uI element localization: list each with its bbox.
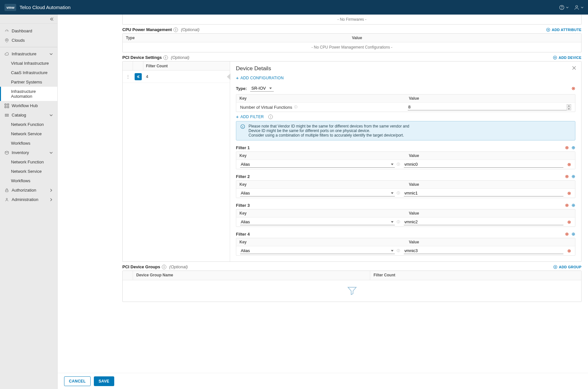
remove-filter-icon[interactable]: ⊗ [565,203,569,208]
sidebar-item-catalog-ns[interactable]: Network Service [0,129,57,139]
filter-key-select[interactable]: Alias [240,219,395,225]
col-header-key: Key [236,94,406,102]
sidebar-item-label: Clouds [12,38,25,43]
svg-point-1 [562,8,562,9]
add-filter-row-icon[interactable]: ⊕ [571,203,575,208]
sidebar-item-clouds[interactable]: Clouds [0,36,57,45]
lock-icon: ⓘ [397,162,400,167]
add-filter-row-icon[interactable]: ⊕ [571,231,575,237]
help-icon[interactable] [559,5,569,10]
remove-filter-icon[interactable]: ⊗ [565,174,569,179]
info-icon[interactable]: i [173,28,178,32]
sidebar-item-caas-infra[interactable]: CaaS Infrastructure [0,68,57,77]
remove-filter-icon[interactable]: ⊗ [565,145,569,150]
filter-title: Filter 1 [236,145,250,150]
sidebar-group-infrastructure[interactable]: Infrastructure [0,49,57,59]
plus-circle-icon [553,55,557,60]
remove-row-icon[interactable]: ⊗ [567,162,571,167]
collapse-sidebar-icon[interactable] [50,17,54,21]
collapse-arrow-icon[interactable] [135,73,142,80]
add-group-button[interactable]: ADD GROUP [553,265,582,269]
sidebar-item-label: Infrastructure [12,51,37,56]
sidebar-item-label: Catalog [12,113,26,117]
sidebar-item-label: Authorization [12,188,36,193]
sidebar-group-catalog[interactable]: Catalog [0,110,57,120]
funnel-icon [123,280,581,302]
col-header-value: Value [406,181,575,188]
sidebar-item-dashboard[interactable]: Dashboard [0,26,57,36]
info-box: Please note that Vendor ID might be the … [236,121,575,140]
filter-value-input[interactable] [404,219,564,225]
nvf-input[interactable] [408,104,571,110]
chevron-right-icon [50,198,53,201]
add-filter-row-icon[interactable]: ⊕ [571,174,575,179]
pci-section-title: PCI Device Settings i (Optional) [122,55,189,60]
add-filter-button[interactable]: + ADD FILTER [236,115,264,119]
sidebar-item-catalog-nf[interactable]: Network Function [0,120,57,129]
sidebar-item-inv-wf[interactable]: Workflows [0,176,57,185]
sidebar-item-inv-ns[interactable]: Network Service [0,167,57,176]
filter-title: Filter 4 [236,232,250,237]
add-filter-row-icon[interactable]: ⊕ [571,145,575,150]
sidebar-item-inv-nf[interactable]: Network Function [0,157,57,167]
remove-row-icon[interactable]: ⊗ [567,191,571,196]
svg-point-2 [576,6,578,7]
add-device-button[interactable]: ADD DEVICE [553,55,582,60]
col-header-key: Key [236,209,406,217]
user-icon [5,197,9,202]
sidebar-item-partner-systems[interactable]: Partner Systems [0,77,57,87]
remove-row-icon[interactable]: ⊗ [567,219,571,225]
plus-circle-icon [546,28,550,32]
sidebar-item-virtual-infra[interactable]: Virtual Infrastructure [0,59,57,68]
col-header-filter-count: Filter Count [370,271,581,280]
gauge-icon [5,29,9,33]
sidebar-item-authorization[interactable]: Authorization [0,185,57,195]
save-button[interactable]: SAVE [94,376,114,386]
pin-icon [5,38,9,43]
sidebar-item-label: Dashboard [12,28,32,33]
remove-filter-icon[interactable]: ⊗ [565,231,569,237]
chevron-right-icon [50,189,53,192]
info-icon[interactable]: i [268,115,273,119]
svg-point-3 [6,39,7,41]
remove-row-icon[interactable]: ⊗ [567,248,571,253]
sidebar-item-administration[interactable]: Administration [0,195,57,204]
sidebar-group-inventory[interactable]: Inventory [0,148,57,157]
firmwares-empty: - No Firmwares - [123,15,581,24]
filter-title: Filter 2 [236,174,250,179]
filter-value-input[interactable] [404,248,564,254]
filter-key-select[interactable]: Alias [240,161,395,168]
info-icon[interactable]: i [162,265,166,269]
col-header-value: Value [406,209,575,217]
filter-value-input[interactable] [404,161,564,168]
col-header-filter-count: Filter Count [143,64,230,68]
add-configuration-button[interactable]: + ADD CONFIGURATION [236,76,284,80]
user-icon[interactable] [574,5,583,10]
sidebar-item-label: Workflow Hub [12,103,38,108]
filter-key-select[interactable]: Alias [240,190,395,196]
lock-icon: ⓘ [294,105,297,109]
add-attribute-button[interactable]: ADD ATTRIBUTE [546,28,582,32]
remove-config-icon[interactable]: ⊗ [571,86,575,91]
stepper-arrows[interactable]: ▲▼ [567,104,571,110]
svg-rect-7 [7,106,9,107]
sidebar-item-infra-automation[interactable]: Infrastructure Automation [0,87,57,101]
type-select[interactable]: SR-IOV [250,85,274,92]
grid-icon [5,104,9,108]
type-label: Type: [236,86,247,91]
sidebar-item-catalog-wf[interactable]: Workflows [0,139,57,148]
col-header-key: Key [236,181,406,188]
cancel-button[interactable]: CANCEL [64,376,91,386]
info-icon[interactable]: i [163,55,168,60]
lock-icon: ⓘ [397,191,400,195]
sidebar-item-workflow-hub[interactable]: Workflow Hub [0,101,57,110]
row-kebab-icon[interactable]: ⋮ [123,74,133,79]
footer-bar: CANCEL SAVE [58,373,588,389]
filter-key-select[interactable]: Alias [240,248,395,254]
chevron-down-icon [50,151,53,154]
filter-count-value: 4 [143,74,230,79]
pci-device-row[interactable]: ⋮ 4 [123,71,230,83]
box-icon [5,150,9,155]
close-icon[interactable] [571,65,577,72]
filter-value-input[interactable] [404,190,564,196]
